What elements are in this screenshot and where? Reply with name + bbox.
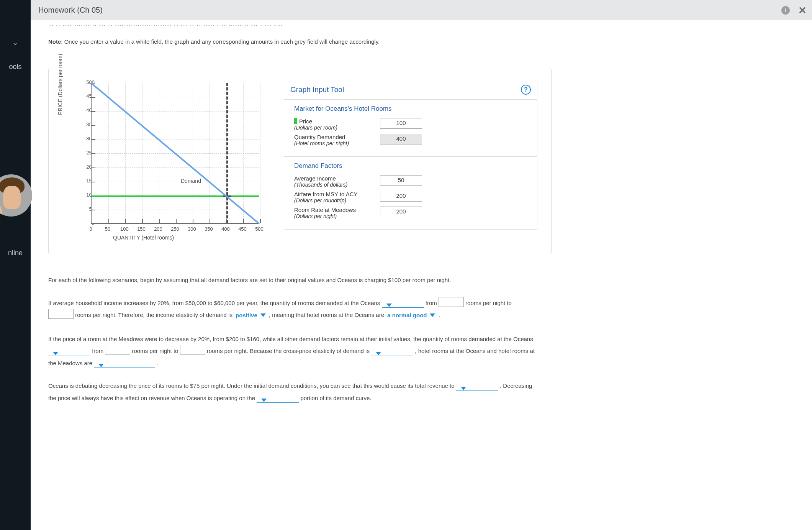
info-icon[interactable]: i xyxy=(781,6,790,15)
market-title: Market for Oceans's Hotel Rooms xyxy=(294,105,529,113)
demand-series xyxy=(91,83,259,224)
close-icon[interactable]: ✕ xyxy=(798,5,807,16)
dd-cross-elasticity[interactable] xyxy=(371,352,413,356)
topbar: Homework (Ch 05) i ✕ xyxy=(31,0,812,20)
xtick: 150 xyxy=(134,226,149,232)
xtick: 50 xyxy=(100,226,115,232)
input-from-2[interactable] xyxy=(105,345,130,355)
cutoff-text: ··· ··· ····· ····· ···· ·· ···· ··· ···… xyxy=(48,22,794,27)
y-axis-label: PRICE (Dollars per room) xyxy=(57,54,63,115)
caret-down-icon xyxy=(261,399,267,402)
price-marker-icon xyxy=(294,118,297,124)
xtick: 300 xyxy=(184,226,200,232)
qty-label: Quantity Demanded xyxy=(294,134,345,140)
series-label-demand: Demand xyxy=(180,178,202,184)
svg-line-0 xyxy=(91,83,259,224)
qty-unit: (Hotel rooms per night) xyxy=(294,140,349,146)
sidebar-label-nline: nline xyxy=(0,249,31,257)
meadows-input[interactable]: 200 xyxy=(380,207,422,217)
airfare-unit: (Dollars per roundtrip) xyxy=(294,197,346,203)
qty-output: 400 xyxy=(380,134,422,144)
income-unit: (Thousands of dollars) xyxy=(294,182,347,188)
question-2: If the price of a room at the Meadows we… xyxy=(48,333,535,369)
input-panel: Graph Input Tool ? Market for Oceans's H… xyxy=(284,80,537,230)
dd-relationship[interactable] xyxy=(94,364,155,368)
price-input[interactable]: 100 xyxy=(380,118,422,129)
question-1: If average household income increases by… xyxy=(48,297,535,322)
dd-direction-2[interactable] xyxy=(48,352,90,356)
dd-direction-1[interactable] xyxy=(382,304,424,308)
x-axis-label: QUANTITY (Hotel rooms) xyxy=(113,235,174,241)
xtick: 400 xyxy=(218,226,233,232)
input-from-1[interactable] xyxy=(439,297,464,307)
xtick: 450 xyxy=(235,226,250,232)
question-3: Oceans is debating decreasing the price … xyxy=(48,380,535,404)
caret-down-icon xyxy=(260,313,266,317)
avatar[interactable] xyxy=(0,174,32,217)
factors-title: Demand Factors xyxy=(294,162,529,170)
panel-title: Graph Input Tool xyxy=(290,85,344,94)
dd-revenue-direction[interactable] xyxy=(456,387,498,391)
page-title: Homework (Ch 05) xyxy=(38,6,103,15)
airfare-label: Airfare from MSY to ACY xyxy=(294,191,358,197)
income-input[interactable]: 50 xyxy=(380,175,422,186)
airfare-input[interactable]: 200 xyxy=(380,191,422,202)
xtick: 500 xyxy=(252,226,267,232)
caret-down-icon xyxy=(53,352,58,355)
xtick: 0 xyxy=(83,226,98,232)
xtick: 250 xyxy=(167,226,183,232)
chevron-down-icon[interactable]: ⌄ xyxy=(12,38,18,47)
meadows-unit: (Dollars per night) xyxy=(294,213,337,219)
income-label: Average Income xyxy=(294,175,336,182)
demand-chart[interactable]: PRICE (Dollars per room) QUANTITY (Hotel… xyxy=(59,80,274,241)
caret-down-icon xyxy=(98,364,104,367)
intro-text: For each of the following scenarios, beg… xyxy=(48,274,535,286)
xtick: 350 xyxy=(201,226,216,232)
price-label: Price xyxy=(299,118,312,125)
dd-elasticity-sign[interactable]: positive xyxy=(234,309,267,322)
meadows-label: Room Rate at Meadows xyxy=(294,207,356,213)
caret-down-icon xyxy=(376,352,381,355)
note-text: Note: Note: Once you enter a value in a … xyxy=(48,38,794,45)
sidebar-label-ools: ools xyxy=(0,63,31,71)
xtick: 100 xyxy=(117,226,132,232)
left-sidebar: ⌄ ools nline xyxy=(0,0,31,530)
input-to-1[interactable] xyxy=(48,309,74,319)
price-unit: (Dollars per room) xyxy=(294,125,337,131)
caret-down-icon xyxy=(430,313,435,317)
dd-curve-portion[interactable] xyxy=(257,399,299,403)
graph-input-tool: PRICE (Dollars per room) QUANTITY (Hotel… xyxy=(48,68,552,254)
dd-good-type[interactable]: a normal good xyxy=(386,309,437,322)
xtick: 200 xyxy=(151,226,166,232)
input-to-2[interactable] xyxy=(180,345,205,355)
caret-down-icon xyxy=(461,387,466,390)
help-icon[interactable]: ? xyxy=(521,85,531,95)
caret-down-icon xyxy=(386,304,392,307)
